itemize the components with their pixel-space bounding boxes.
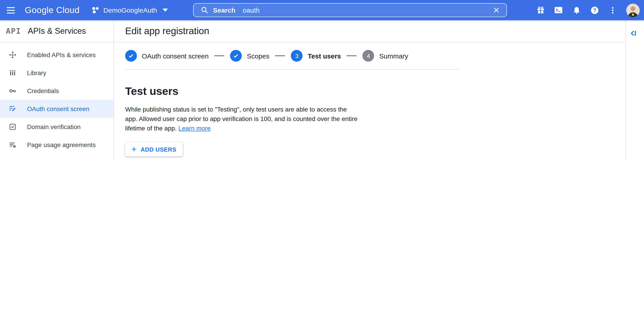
clear-search-icon[interactable] <box>488 3 504 17</box>
project-selector[interactable]: DemoGoogleAuth <box>92 6 168 14</box>
step-label: Scopes <box>247 52 270 60</box>
sidebar-item-library[interactable]: Library <box>0 64 114 82</box>
sidebar-item-domain-verification[interactable]: Domain verification <box>0 118 114 136</box>
step-test-users[interactable]: 3 Test users <box>291 50 341 62</box>
help-icon[interactable]: ? <box>586 0 604 20</box>
description-text: While publishing status is set to "Testi… <box>125 106 358 132</box>
sidebar-item-label: Enabled APIs & services <box>27 51 96 58</box>
step-number-badge: 4 <box>363 50 374 62</box>
sidebar-item-credentials[interactable]: Credentials <box>0 82 114 100</box>
add-users-button[interactable]: + ADD USERS <box>125 142 182 157</box>
key-icon <box>8 87 17 95</box>
google-cloud-logo[interactable]: Google Cloud <box>25 5 80 15</box>
step-connector <box>275 55 285 56</box>
step-label: OAuth consent screen <box>142 52 209 60</box>
sidebar-nav: Enabled APIs & services Library <box>0 42 114 154</box>
sidebar-item-oauth-consent-screen[interactable]: OAuth consent screen <box>0 100 114 118</box>
checkbox-icon <box>8 123 17 131</box>
test-users-section: Test users While publishing status is se… <box>114 85 625 160</box>
google-cloud-console: Google Cloud DemoGoogleAuth Search oaut <box>0 0 644 160</box>
step-label: Test users <box>308 52 341 60</box>
sidebar-header: API APIs & Services <box>0 20 114 42</box>
notifications-bell-icon[interactable] <box>568 0 586 20</box>
project-name: DemoGoogleAuth <box>103 6 157 14</box>
page-header: Edit app registration <box>114 20 625 42</box>
chevron-down-icon <box>162 8 168 12</box>
sidebar-item-label: Domain verification <box>27 123 80 130</box>
page-title: Edit app registration <box>125 26 209 36</box>
sidebar-item-page-usage-agreements[interactable]: Page usage agreements <box>0 136 114 154</box>
cloud-shell-icon[interactable] <box>550 0 568 20</box>
step-number-badge: 3 <box>291 50 303 62</box>
step-complete-check-icon <box>125 50 137 62</box>
svg-text:?: ? <box>593 7 596 13</box>
menu-icon[interactable] <box>0 0 22 20</box>
section-heading: Test users <box>125 85 614 98</box>
plus-icon: + <box>132 145 137 153</box>
search-input[interactable]: Search oauth <box>193 3 507 17</box>
right-rail <box>625 20 644 160</box>
step-label: Summary <box>379 52 408 60</box>
search-query: oauth <box>243 6 260 14</box>
search-icon <box>201 6 208 14</box>
sidebar-item-enabled-apis[interactable]: Enabled APIs & services <box>0 46 114 64</box>
step-summary[interactable]: 4 Summary <box>363 50 408 62</box>
step-oauth-consent-screen[interactable]: OAuth consent screen <box>125 50 209 62</box>
stepper: OAuth consent screen Scopes 3 Test users <box>125 42 460 70</box>
enabled-apis-icon <box>8 51 17 59</box>
agreements-icon <box>8 141 17 149</box>
more-vert-icon[interactable] <box>604 0 622 20</box>
step-complete-check-icon <box>230 50 242 62</box>
step-connector <box>214 55 224 56</box>
sidebar-item-label: Page usage agreements <box>27 141 96 148</box>
sidebar: API APIs & Services Enabled APIs & servi… <box>0 20 114 160</box>
learn-more-link[interactable]: Learn more <box>178 125 211 132</box>
step-scopes[interactable]: Scopes <box>230 50 270 62</box>
step-connector <box>347 55 357 56</box>
sidebar-item-label: Library <box>27 69 46 76</box>
sidebar-item-label: Credentials <box>27 87 59 94</box>
section-description: While publishing status is set to "Testi… <box>125 105 360 133</box>
library-icon <box>8 69 17 77</box>
account-avatar[interactable] <box>622 0 644 20</box>
sidebar-title: APIs & Services <box>28 26 86 36</box>
gift-offers-icon[interactable] <box>532 0 550 20</box>
topbar: Google Cloud DemoGoogleAuth Search oaut <box>0 0 644 20</box>
consent-screen-icon <box>8 105 17 113</box>
main-content: Edit app registration OAuth consent scre… <box>114 20 625 160</box>
project-icon <box>92 6 99 14</box>
collapse-panel-icon[interactable] <box>629 27 640 39</box>
sidebar-item-label: OAuth consent screen <box>27 105 89 112</box>
api-logo: API <box>6 26 21 35</box>
search-label: Search <box>213 6 236 14</box>
topbar-actions: ? <box>532 0 644 20</box>
